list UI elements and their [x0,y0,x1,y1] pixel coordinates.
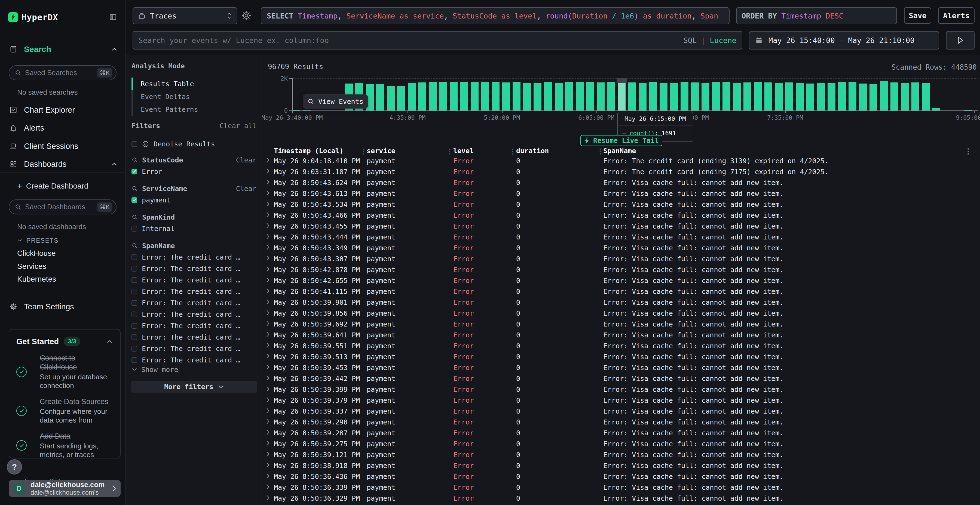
column-header-duration[interactable]: duration [516,147,549,155]
histogram-bar[interactable] [859,84,867,110]
histogram-bar[interactable] [964,110,972,110]
row-expand-icon[interactable] [266,299,270,305]
column-resize-grip[interactable]: ⋮ [509,148,516,155]
table-row[interactable]: May 26 8:50:39.551 PMpaymentError0Error:… [262,341,980,351]
row-expand-icon[interactable] [266,375,270,381]
column-resize-grip[interactable]: ⋮ [446,148,453,155]
histogram-bar[interactable] [597,83,605,110]
column-header-spanname[interactable]: SpanName [603,147,636,155]
analysis-mode-event-patterns[interactable]: Event Patterns [132,103,256,116]
filter-option-row[interactable]: Error: The credit card … [132,320,257,332]
create-dashboard-button[interactable]: + Create Dashboard [17,181,89,192]
view-events-button[interactable]: View Events [303,94,368,108]
row-expand-icon[interactable] [266,353,270,359]
row-expand-icon[interactable] [266,320,270,327]
table-options-kebab-icon[interactable]: ⋮ [964,147,972,156]
histogram-bar[interactable] [586,82,594,110]
row-expand-icon[interactable] [266,211,270,218]
histogram-bar[interactable] [712,82,720,110]
table-row[interactable]: May 26 8:50:42.878 PMpaymentError0Error:… [262,264,980,275]
table-row[interactable]: May 26 8:50:39.641 PMpaymentError0Error:… [262,330,980,341]
get-started-item[interactable]: Create Data SourcesConfigure where your … [16,397,113,424]
histogram-bar[interactable] [764,83,772,110]
column-resize-grip[interactable]: ⋮ [360,148,367,155]
row-expand-icon[interactable] [266,277,270,283]
row-expand-icon[interactable] [266,168,270,175]
sidebar-item-kubernetes[interactable]: Kubernetes [17,274,56,284]
table-row[interactable]: May 26 8:50:39.337 PMpaymentError0Error:… [262,406,980,417]
sidebar-item-search[interactable]: Search [10,44,118,55]
histogram-bar[interactable] [817,83,825,110]
table-row[interactable]: May 26 8:50:43.307 PMpaymentError0Error:… [262,254,980,264]
table-row[interactable]: May 26 8:50:39.287 PMpaymentError0Error:… [262,428,980,438]
filter-option-row[interactable]: payment [132,194,257,206]
table-row[interactable]: May 26 8:50:43.349 PMpaymentError0Error:… [262,243,980,254]
histogram-bar[interactable] [418,83,426,110]
histogram-bar[interactable] [607,82,615,110]
histogram-bar[interactable] [848,82,856,110]
histogram-bar[interactable] [880,81,888,110]
histogram-bar[interactable] [785,83,793,110]
column-header-service[interactable]: service [367,147,395,155]
table-row[interactable]: May 26 8:50:39.856 PMpaymentError0Error:… [262,308,980,319]
filter-option-row[interactable]: Error: The credit card … [132,286,257,297]
filter-checkbox[interactable] [132,300,137,306]
analysis-mode-results-table[interactable]: Results Table [132,78,256,91]
histogram-bar[interactable] [544,82,552,110]
table-row[interactable]: May 26 9:03:31.187 PMpaymentError0Error:… [262,167,980,178]
table-row[interactable]: May 26 8:50:39.901 PMpaymentError0Error:… [262,297,980,308]
sidebar-item-services[interactable]: Services [17,261,46,272]
row-expand-icon[interactable] [266,233,270,240]
filter-checkbox[interactable] [132,169,137,175]
histogram-bar[interactable] [901,83,909,110]
row-expand-icon[interactable] [266,157,270,164]
histogram-bar[interactable] [649,82,657,110]
row-expand-icon[interactable] [266,386,270,392]
filter-option-row[interactable]: Error: The credit card … [132,308,257,320]
saved-dashboards-input[interactable] [25,203,97,211]
histogram-bar[interactable] [387,86,395,110]
sidebar-item-team-settings[interactable]: Team Settings [10,301,118,313]
sidebar-item-alerts[interactable]: Alerts [10,122,118,134]
histogram-bar[interactable] [691,83,699,110]
row-expand-icon[interactable] [266,429,270,436]
histogram-bar[interactable] [439,82,447,110]
histogram-bar[interactable] [429,82,437,110]
row-expand-icon[interactable] [266,462,270,468]
table-row[interactable]: May 26 8:50:42.655 PMpaymentError0Error:… [262,275,980,286]
table-row[interactable]: May 26 8:50:43.534 PMpaymentError0Error:… [262,199,980,210]
filter-option-row[interactable]: Error: The credit card … [132,251,257,263]
histogram-bar[interactable] [806,84,814,110]
histogram-bar[interactable] [932,108,940,110]
table-row[interactable]: May 26 8:50:39.442 PMpaymentError0Error:… [262,373,980,384]
histogram-bar[interactable] [775,83,783,110]
get-started-item[interactable]: Add DataStart sending logs, metrics, or … [16,432,113,459]
table-row[interactable]: May 26 8:50:39.692 PMpaymentError0Error:… [262,319,980,330]
histogram-bar[interactable] [502,83,510,110]
row-expand-icon[interactable] [266,266,270,272]
table-row[interactable]: May 26 8:50:38.918 PMpaymentError0Error:… [262,461,980,471]
sidebar-item-chart-explorer[interactable]: Chart Explorer [10,104,118,116]
histogram-bar[interactable] [376,84,384,110]
histogram-bar[interactable] [481,82,489,110]
table-row[interactable]: May 26 8:50:39.379 PMpaymentError0Error:… [262,395,980,406]
histogram-bar[interactable] [796,83,804,110]
row-expand-icon[interactable] [266,244,270,251]
histogram-bar[interactable] [408,83,416,110]
histogram-bar[interactable] [869,84,877,110]
table-row[interactable]: May 26 8:50:36.436 PMpaymentError0Error:… [262,471,980,482]
histogram-bar[interactable] [639,83,646,110]
table-row[interactable]: May 26 8:50:36.339 PMpaymentError0Error:… [262,482,980,493]
table-row[interactable]: May 26 8:50:41.115 PMpaymentError0Error:… [262,286,980,297]
histogram-bar[interactable] [533,83,541,110]
histogram-bar[interactable] [681,82,689,110]
filter-option-row[interactable]: Error: The credit card … [132,297,257,308]
histogram-bar[interactable] [912,83,919,110]
column-resize-grip[interactable]: ⋮ [597,148,604,155]
table-row[interactable]: May 26 8:50:43.613 PMpaymentError0Error:… [262,188,980,199]
presets-toggle[interactable]: PRESETS [17,236,59,245]
row-expand-icon[interactable] [266,418,270,425]
more-filters-button[interactable]: More filters [131,381,257,392]
histogram-bar[interactable] [450,82,458,110]
help-button[interactable]: ? [7,459,22,475]
